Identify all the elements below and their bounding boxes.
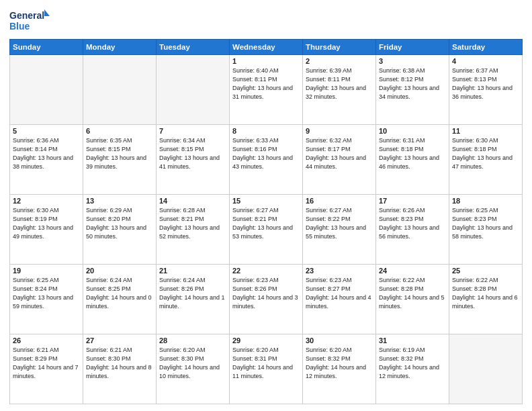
- day-info: Sunrise: 6:23 AM Sunset: 8:27 PM Dayligh…: [306, 276, 373, 311]
- day-number: 10: [379, 127, 446, 135]
- calendar-day-cell: [83, 55, 157, 125]
- calendar-table: SundayMondayTuesdayWednesdayThursdayFrid…: [9, 39, 523, 404]
- calendar-day-cell: 6Sunrise: 6:35 AM Sunset: 8:15 PM Daylig…: [83, 125, 157, 195]
- calendar-day-cell: 21Sunrise: 6:24 AM Sunset: 8:26 PM Dayli…: [157, 265, 230, 334]
- calendar-day-cell: 26Sunrise: 6:21 AM Sunset: 8:29 PM Dayli…: [10, 334, 83, 404]
- calendar-day-cell: 18Sunrise: 6:25 AM Sunset: 8:23 PM Dayli…: [449, 195, 523, 265]
- calendar-day-cell: 27Sunrise: 6:21 AM Sunset: 8:30 PM Dayli…: [83, 334, 157, 404]
- calendar-week-row: 26Sunrise: 6:21 AM Sunset: 8:29 PM Dayli…: [10, 334, 523, 404]
- svg-text:General: General: [9, 10, 44, 21]
- day-info: Sunrise: 6:23 AM Sunset: 8:26 PM Dayligh…: [232, 276, 300, 311]
- svg-marker-2: [44, 9, 50, 16]
- day-number: 30: [306, 336, 373, 345]
- day-number: 8: [232, 127, 300, 135]
- day-number: 29: [232, 336, 300, 345]
- day-header-wednesday: Wednesday: [230, 40, 303, 55]
- calendar-day-cell: 14Sunrise: 6:28 AM Sunset: 8:21 PM Dayli…: [157, 195, 230, 265]
- calendar-day-cell: 3Sunrise: 6:38 AM Sunset: 8:12 PM Daylig…: [376, 55, 449, 125]
- day-number: 27: [86, 336, 153, 345]
- day-info: Sunrise: 6:30 AM Sunset: 8:18 PM Dayligh…: [452, 136, 519, 171]
- day-info: Sunrise: 6:20 AM Sunset: 8:30 PM Dayligh…: [159, 346, 226, 381]
- day-number: 5: [13, 127, 80, 135]
- calendar-day-cell: 25Sunrise: 6:22 AM Sunset: 8:28 PM Dayli…: [449, 265, 523, 334]
- day-info: Sunrise: 6:20 AM Sunset: 8:32 PM Dayligh…: [306, 346, 373, 381]
- day-info: Sunrise: 6:40 AM Sunset: 8:11 PM Dayligh…: [232, 66, 300, 101]
- day-info: Sunrise: 6:24 AM Sunset: 8:25 PM Dayligh…: [86, 276, 153, 311]
- day-info: Sunrise: 6:33 AM Sunset: 8:16 PM Dayligh…: [232, 136, 300, 171]
- header: General Blue: [9, 7, 523, 34]
- calendar-day-cell: 31Sunrise: 6:19 AM Sunset: 8:32 PM Dayli…: [376, 334, 449, 404]
- calendar-day-cell: 17Sunrise: 6:26 AM Sunset: 8:23 PM Dayli…: [376, 195, 449, 265]
- calendar-day-cell: 1Sunrise: 6:40 AM Sunset: 8:11 PM Daylig…: [230, 55, 303, 125]
- calendar-day-cell: 22Sunrise: 6:23 AM Sunset: 8:26 PM Dayli…: [230, 265, 303, 334]
- day-number: 22: [232, 267, 300, 275]
- calendar-day-cell: 19Sunrise: 6:25 AM Sunset: 8:24 PM Dayli…: [10, 265, 83, 334]
- day-number: 31: [379, 336, 446, 345]
- calendar-week-row: 19Sunrise: 6:25 AM Sunset: 8:24 PM Dayli…: [10, 265, 523, 334]
- day-info: Sunrise: 6:36 AM Sunset: 8:14 PM Dayligh…: [13, 136, 80, 171]
- calendar-week-row: 1Sunrise: 6:40 AM Sunset: 8:11 PM Daylig…: [10, 55, 523, 125]
- day-header-thursday: Thursday: [303, 40, 376, 55]
- calendar-header-row: SundayMondayTuesdayWednesdayThursdayFrid…: [10, 40, 523, 55]
- day-number: 28: [159, 336, 226, 345]
- day-info: Sunrise: 6:26 AM Sunset: 8:23 PM Dayligh…: [379, 206, 446, 241]
- day-number: 4: [452, 57, 519, 65]
- svg-text:Blue: Blue: [9, 21, 30, 32]
- calendar-day-cell: 13Sunrise: 6:29 AM Sunset: 8:20 PM Dayli…: [83, 195, 157, 265]
- day-number: 25: [452, 267, 519, 275]
- day-header-monday: Monday: [83, 40, 157, 55]
- day-number: 13: [86, 197, 153, 205]
- day-info: Sunrise: 6:24 AM Sunset: 8:26 PM Dayligh…: [159, 276, 226, 311]
- calendar-day-cell: 8Sunrise: 6:33 AM Sunset: 8:16 PM Daylig…: [230, 125, 303, 195]
- calendar-day-cell: 2Sunrise: 6:39 AM Sunset: 8:11 PM Daylig…: [303, 55, 376, 125]
- calendar-day-cell: 5Sunrise: 6:36 AM Sunset: 8:14 PM Daylig…: [10, 125, 83, 195]
- calendar-day-cell: 11Sunrise: 6:30 AM Sunset: 8:18 PM Dayli…: [449, 125, 523, 195]
- logo: General Blue: [9, 7, 50, 34]
- calendar-day-cell: 24Sunrise: 6:22 AM Sunset: 8:28 PM Dayli…: [376, 265, 449, 334]
- day-number: 20: [86, 267, 153, 275]
- calendar-day-cell: [157, 55, 230, 125]
- day-info: Sunrise: 6:25 AM Sunset: 8:23 PM Dayligh…: [452, 206, 519, 241]
- calendar-day-cell: 7Sunrise: 6:34 AM Sunset: 8:15 PM Daylig…: [157, 125, 230, 195]
- day-header-tuesday: Tuesday: [157, 40, 230, 55]
- calendar-day-cell: 12Sunrise: 6:30 AM Sunset: 8:19 PM Dayli…: [10, 195, 83, 265]
- day-info: Sunrise: 6:35 AM Sunset: 8:15 PM Dayligh…: [86, 136, 153, 171]
- day-info: Sunrise: 6:19 AM Sunset: 8:32 PM Dayligh…: [379, 346, 446, 381]
- day-info: Sunrise: 6:37 AM Sunset: 8:13 PM Dayligh…: [452, 66, 519, 101]
- calendar-day-cell: 20Sunrise: 6:24 AM Sunset: 8:25 PM Dayli…: [83, 265, 157, 334]
- day-number: 6: [86, 127, 153, 135]
- day-info: Sunrise: 6:28 AM Sunset: 8:21 PM Dayligh…: [159, 206, 226, 241]
- calendar-day-cell: [10, 55, 83, 125]
- calendar-week-row: 5Sunrise: 6:36 AM Sunset: 8:14 PM Daylig…: [10, 125, 523, 195]
- day-info: Sunrise: 6:27 AM Sunset: 8:21 PM Dayligh…: [232, 206, 300, 241]
- day-number: 24: [379, 267, 446, 275]
- calendar-day-cell: 29Sunrise: 6:20 AM Sunset: 8:31 PM Dayli…: [230, 334, 303, 404]
- day-number: 19: [13, 267, 80, 275]
- day-info: Sunrise: 6:22 AM Sunset: 8:28 PM Dayligh…: [452, 276, 519, 311]
- day-info: Sunrise: 6:22 AM Sunset: 8:28 PM Dayligh…: [379, 276, 446, 311]
- day-number: 1: [232, 57, 300, 65]
- logo-svg: General Blue: [9, 7, 50, 34]
- day-info: Sunrise: 6:39 AM Sunset: 8:11 PM Dayligh…: [306, 66, 373, 101]
- day-number: 26: [13, 336, 80, 345]
- day-info: Sunrise: 6:38 AM Sunset: 8:12 PM Dayligh…: [379, 66, 446, 101]
- day-info: Sunrise: 6:30 AM Sunset: 8:19 PM Dayligh…: [13, 206, 80, 241]
- day-info: Sunrise: 6:32 AM Sunset: 8:17 PM Dayligh…: [306, 136, 373, 171]
- day-info: Sunrise: 6:20 AM Sunset: 8:31 PM Dayligh…: [232, 346, 300, 381]
- calendar-week-row: 12Sunrise: 6:30 AM Sunset: 8:19 PM Dayli…: [10, 195, 523, 265]
- calendar-day-cell: 10Sunrise: 6:31 AM Sunset: 8:18 PM Dayli…: [376, 125, 449, 195]
- day-info: Sunrise: 6:31 AM Sunset: 8:18 PM Dayligh…: [379, 136, 446, 171]
- day-info: Sunrise: 6:27 AM Sunset: 8:22 PM Dayligh…: [306, 206, 373, 241]
- day-number: 16: [306, 197, 373, 205]
- day-info: Sunrise: 6:29 AM Sunset: 8:20 PM Dayligh…: [86, 206, 153, 241]
- day-number: 12: [13, 197, 80, 205]
- day-number: 2: [306, 57, 373, 65]
- day-number: 18: [452, 197, 519, 205]
- calendar-day-cell: [449, 334, 523, 404]
- day-number: 3: [379, 57, 446, 65]
- day-header-saturday: Saturday: [449, 40, 523, 55]
- calendar-day-cell: 9Sunrise: 6:32 AM Sunset: 8:17 PM Daylig…: [303, 125, 376, 195]
- day-info: Sunrise: 6:21 AM Sunset: 8:29 PM Dayligh…: [13, 346, 80, 381]
- day-number: 17: [379, 197, 446, 205]
- day-number: 7: [159, 127, 226, 135]
